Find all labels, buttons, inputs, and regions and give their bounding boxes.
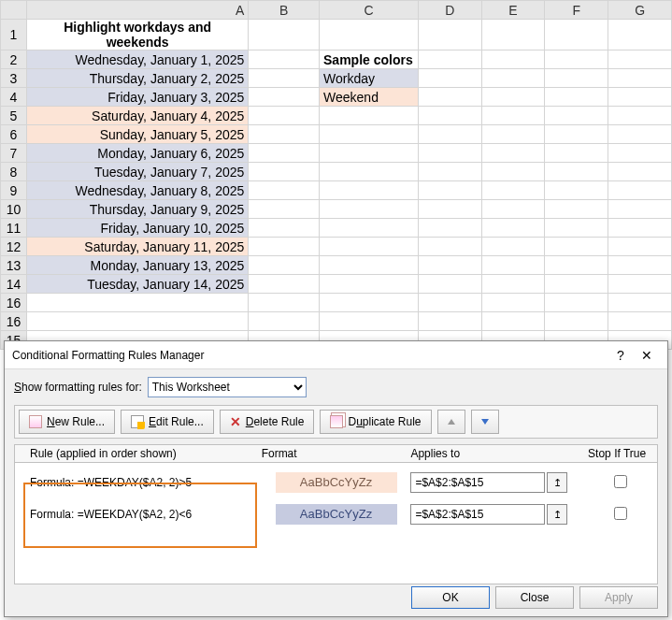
cell[interactable] bbox=[481, 69, 545, 88]
cell[interactable]: Friday, January 3, 2025 bbox=[26, 88, 248, 107]
cell[interactable] bbox=[545, 256, 608, 275]
cell[interactable]: Weekend bbox=[320, 88, 419, 107]
cell[interactable] bbox=[418, 200, 481, 219]
cell[interactable] bbox=[249, 275, 320, 294]
select-all-corner[interactable] bbox=[1, 1, 27, 20]
cell[interactable] bbox=[249, 219, 320, 238]
cell[interactable] bbox=[249, 294, 320, 312]
cell[interactable] bbox=[418, 181, 481, 200]
cell[interactable] bbox=[608, 294, 672, 312]
cell[interactable] bbox=[608, 88, 672, 107]
move-down-button[interactable] bbox=[471, 410, 499, 434]
cell[interactable] bbox=[545, 238, 608, 256]
col-header[interactable]: C bbox=[320, 1, 419, 20]
cell[interactable] bbox=[418, 50, 481, 69]
cell[interactable] bbox=[608, 125, 672, 144]
cell[interactable] bbox=[249, 144, 320, 163]
cell[interactable] bbox=[249, 238, 320, 256]
cell[interactable] bbox=[481, 163, 545, 181]
cell[interactable] bbox=[481, 125, 545, 144]
rule-row[interactable]: Formula: =WEEKDAY($A2, 2)>5AaBbCcYyZz↥ bbox=[15, 467, 657, 498]
cell[interactable] bbox=[481, 107, 545, 125]
col-header[interactable]: B bbox=[249, 1, 320, 20]
stop-if-true-checkbox[interactable] bbox=[614, 507, 627, 520]
row-header[interactable]: 7 bbox=[1, 144, 27, 163]
cell[interactable] bbox=[481, 312, 545, 331]
cell[interactable] bbox=[249, 312, 320, 331]
cell[interactable] bbox=[320, 107, 419, 125]
cell[interactable] bbox=[320, 238, 419, 256]
cell[interactable]: Saturday, January 4, 2025 bbox=[26, 107, 248, 125]
cell[interactable] bbox=[481, 50, 545, 69]
col-header[interactable]: A bbox=[26, 1, 248, 20]
cell[interactable] bbox=[320, 219, 419, 238]
cell[interactable] bbox=[545, 294, 608, 312]
cell[interactable] bbox=[608, 69, 672, 88]
row-header[interactable]: 11 bbox=[1, 219, 27, 238]
cell[interactable] bbox=[418, 275, 481, 294]
cell[interactable] bbox=[320, 312, 419, 331]
row-header[interactable]: 16 bbox=[1, 312, 27, 331]
cell[interactable] bbox=[545, 88, 608, 107]
cell[interactable] bbox=[481, 181, 545, 200]
cell[interactable] bbox=[320, 125, 419, 144]
cell[interactable] bbox=[320, 256, 419, 275]
cell[interactable] bbox=[320, 181, 419, 200]
cell[interactable] bbox=[545, 20, 608, 50]
cell[interactable] bbox=[608, 312, 672, 331]
cell[interactable] bbox=[418, 144, 481, 163]
cell[interactable] bbox=[545, 125, 608, 144]
cell[interactable] bbox=[545, 163, 608, 181]
cell[interactable] bbox=[320, 200, 419, 219]
row-header[interactable]: 10 bbox=[1, 200, 27, 219]
row-header[interactable]: 14 bbox=[1, 275, 27, 294]
cell[interactable] bbox=[249, 163, 320, 181]
row-header[interactable]: 6 bbox=[1, 125, 27, 144]
cell[interactable]: Highlight workdays and weekends bbox=[26, 20, 248, 50]
cell[interactable] bbox=[608, 200, 672, 219]
cell[interactable] bbox=[418, 125, 481, 144]
row-header[interactable]: 1 bbox=[1, 20, 27, 50]
applies-to-input[interactable] bbox=[410, 504, 545, 525]
row-header[interactable]: 16 bbox=[1, 294, 27, 312]
cell[interactable]: Thursday, January 2, 2025 bbox=[26, 69, 248, 88]
cell[interactable] bbox=[418, 238, 481, 256]
cell[interactable] bbox=[481, 294, 545, 312]
stop-if-true-checkbox[interactable] bbox=[614, 475, 627, 488]
cell[interactable]: Monday, January 6, 2025 bbox=[26, 144, 248, 163]
cell[interactable] bbox=[608, 219, 672, 238]
cell[interactable] bbox=[481, 144, 545, 163]
cell[interactable] bbox=[608, 181, 672, 200]
cell[interactable]: Sample colors bbox=[320, 50, 419, 69]
cell[interactable] bbox=[418, 88, 481, 107]
cell[interactable] bbox=[320, 144, 419, 163]
col-header[interactable]: G bbox=[608, 1, 672, 20]
cell[interactable] bbox=[418, 256, 481, 275]
cell[interactable]: Workday bbox=[320, 69, 419, 88]
row-header[interactable]: 2 bbox=[1, 50, 27, 69]
cell[interactable] bbox=[481, 200, 545, 219]
move-up-button[interactable] bbox=[437, 410, 465, 434]
cell[interactable]: Saturday, January 11, 2025 bbox=[26, 238, 248, 256]
cell[interactable] bbox=[249, 200, 320, 219]
row-header[interactable]: 3 bbox=[1, 69, 27, 88]
cell[interactable] bbox=[545, 312, 608, 331]
delete-rule-button[interactable]: ✕Delete Rule bbox=[220, 410, 315, 434]
cell[interactable] bbox=[481, 275, 545, 294]
cell[interactable] bbox=[545, 107, 608, 125]
range-picker-button[interactable]: ↥ bbox=[547, 504, 567, 525]
help-button[interactable]: ? bbox=[608, 348, 634, 363]
row-header[interactable]: 9 bbox=[1, 181, 27, 200]
col-header[interactable]: E bbox=[481, 1, 545, 20]
cell[interactable] bbox=[418, 294, 481, 312]
cell[interactable]: Friday, January 10, 2025 bbox=[26, 219, 248, 238]
cell[interactable]: Wednesday, January 8, 2025 bbox=[26, 181, 248, 200]
close-icon[interactable]: ✕ bbox=[634, 348, 660, 363]
cell[interactable] bbox=[545, 219, 608, 238]
row-header[interactable]: 13 bbox=[1, 256, 27, 275]
cell[interactable] bbox=[608, 50, 672, 69]
rules-list[interactable]: Formula: =WEEKDAY($A2, 2)>5AaBbCcYyZz↥Fo… bbox=[14, 463, 658, 584]
cell[interactable]: Wednesday, January 1, 2025 bbox=[26, 50, 248, 69]
cell[interactable]: Tuesday, January 14, 2025 bbox=[26, 275, 248, 294]
cell[interactable] bbox=[249, 181, 320, 200]
